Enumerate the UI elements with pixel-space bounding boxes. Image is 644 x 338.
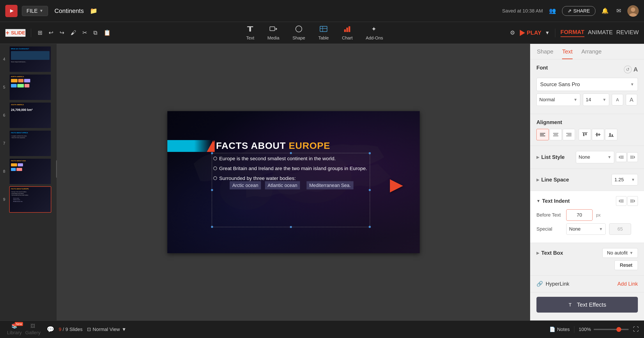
align-top-button[interactable] — [579, 129, 591, 140]
zoom-thumb[interactable] — [616, 327, 621, 332]
line-space-collapse-icon: ▶ — [536, 177, 540, 182]
align-middle-button[interactable] — [592, 129, 604, 140]
view-selector[interactable]: ⊡ Normal View ▼ — [87, 326, 126, 332]
line-space-dropdown[interactable]: 1.25 ▼ — [612, 174, 638, 185]
slide-thumbnail-6[interactable]: 6 SOUTH AMERICA 24,709,000 km² — [9, 102, 54, 128]
handle-top-mid[interactable] — [290, 152, 292, 154]
text-indent-increase-button[interactable] — [627, 196, 638, 206]
indent-button-group — [616, 152, 638, 162]
file-menu-button[interactable]: FILE ▼ — [22, 6, 48, 16]
indent-decrease-button[interactable] — [616, 152, 626, 162]
slide-thumbnail-8[interactable]: 8 FACTS ABOUT ASIA — [9, 158, 54, 185]
list-style-label: List Style — [541, 154, 574, 160]
handle-mid-left[interactable] — [211, 189, 213, 191]
paste-button[interactable]: 📋 — [102, 28, 112, 38]
bullet-item-1: Europe is the second smallest continent … — [213, 156, 367, 162]
handle-mid-right[interactable] — [369, 189, 371, 191]
special-value-input[interactable]: 65 — [609, 223, 631, 235]
add-slide-button[interactable]: + SLIDE — [5, 29, 26, 37]
before-text-row: Before Text 70 px — [536, 209, 638, 221]
redo-button[interactable]: ↪ — [58, 28, 66, 38]
slide-thumbnail-9[interactable]: 9 FACTS ABOUT EUROPE • Europe is the sec… — [9, 186, 54, 213]
user-avatar[interactable] — [627, 5, 639, 17]
share-button[interactable]: ⇗ SHARE — [562, 6, 595, 16]
text-box-reset-button[interactable]: Reset — [614, 260, 638, 270]
canvas-area[interactable]: FACTS ABOUT EUROPE — [57, 44, 530, 320]
hyperlink-section: 🔗 HyperLink Add Link — [530, 275, 644, 292]
handle-bot-mid[interactable] — [290, 226, 292, 228]
chart-tool[interactable]: Chart — [342, 25, 353, 41]
svg-text:T: T — [569, 302, 572, 307]
special-dropdown[interactable]: None ▼ — [566, 223, 606, 235]
page-indicator: 9 / 9 Slides — [59, 326, 82, 332]
font-style-chevron: ▼ — [574, 98, 578, 102]
indent-increase-button[interactable] — [627, 152, 638, 162]
gallery-tab[interactable]: 🖼 Gallery — [24, 321, 42, 337]
before-text-label: Before Text — [536, 212, 563, 218]
view-label: Normal View — [93, 326, 120, 332]
align-center-button[interactable] — [550, 129, 562, 140]
notes-label: Notes — [557, 326, 570, 332]
copy-button[interactable]: ⧉ — [92, 28, 99, 38]
scissors-button[interactable]: ✂ — [81, 28, 88, 38]
handle-top-right[interactable] — [369, 152, 371, 154]
play-dropdown-arrow[interactable]: ▼ — [545, 30, 550, 36]
review-tab[interactable]: REVIEW — [616, 29, 639, 37]
text-effects-button[interactable]: T Text Effects — [536, 297, 638, 312]
undo-button[interactable]: ↩ — [47, 28, 55, 38]
layout-button[interactable]: ⊞ — [36, 28, 44, 38]
gallery-icon: 🖼 — [30, 323, 35, 329]
settings-button[interactable]: ⚙ — [509, 28, 516, 38]
list-style-dropdown[interactable]: None ▼ — [576, 151, 614, 163]
format-tab[interactable]: FORMAT — [560, 29, 584, 37]
media-tool[interactable]: Media — [268, 25, 279, 41]
slide-canvas: FACTS ABOUT EUROPE — [167, 111, 420, 253]
font-size-dropdown[interactable]: 14 ▼ — [583, 94, 609, 106]
slash-decoration — [208, 140, 215, 152]
zoom-slider[interactable] — [594, 329, 629, 330]
hyperlink-icon: 🔗 — [536, 281, 543, 287]
comments-button[interactable]: 👥 — [547, 6, 558, 16]
chat-button[interactable]: 💬 — [47, 326, 54, 333]
text-box[interactable]: Europe is the second smallest continent … — [212, 153, 370, 227]
zoom-control: 100% — [579, 326, 629, 332]
font-reset-button[interactable]: ↺ — [624, 66, 632, 74]
sub-item-1: Arctic ocean — [230, 181, 261, 189]
align-right-button[interactable] — [563, 129, 575, 140]
autofit-dropdown[interactable]: No autofit ▼ — [602, 248, 638, 258]
slide-thumbnail-7[interactable]: 7 FACTS ABOUT AFRICA • Largest continent… — [9, 130, 54, 157]
tab-arrange[interactable]: Arrange — [581, 48, 602, 59]
text-tool[interactable]: Text — [246, 25, 254, 41]
slide-thumbnail-5[interactable]: 5 NORTH AMERICA — [9, 74, 54, 100]
font-size-increase-button[interactable]: A — [626, 94, 637, 105]
shape-tool[interactable]: Shape — [292, 25, 305, 41]
svg-marker-52 — [634, 199, 635, 203]
add-link-button[interactable]: Add Link — [618, 281, 638, 287]
play-button[interactable]: PLAY — [520, 29, 542, 36]
library-tab[interactable]: 📚 Library New — [5, 321, 24, 337]
font-name-dropdown[interactable]: Source Sans Pro ▼ — [536, 78, 638, 91]
slide-thumbnail-4[interactable]: 4 What are Continents? Seven large landm… — [9, 46, 54, 72]
text-indent-decrease-button[interactable] — [616, 196, 626, 206]
vertical-align-group — [579, 129, 617, 140]
animate-tab[interactable]: ANIMATE — [588, 29, 613, 37]
before-text-input[interactable]: 70 — [566, 209, 592, 221]
handle-bot-right[interactable] — [369, 226, 371, 228]
bottombar: 📚 Library New 🖼 Gallery 💬 9 / 9 Slides ⊡… — [0, 320, 644, 338]
fullscreen-button[interactable]: ⛶ — [633, 326, 639, 333]
addons-tool[interactable]: ✦ Add-Ons — [366, 25, 383, 41]
handle-bot-left[interactable] — [211, 226, 213, 228]
zoom-level: 100% — [579, 326, 591, 332]
align-bottom-button[interactable] — [605, 129, 617, 140]
tab-text[interactable]: Text — [562, 48, 572, 59]
font-style-dropdown[interactable]: Normal ▼ — [536, 94, 580, 106]
table-tool[interactable]: Table — [318, 25, 329, 41]
handle-top-left[interactable] — [211, 152, 213, 154]
align-left-button[interactable] — [536, 129, 549, 140]
mail-button[interactable]: ✉ — [615, 6, 623, 16]
notes-button[interactable]: 📄 Notes — [549, 326, 570, 332]
tab-shape[interactable]: Shape — [537, 48, 553, 59]
notifications-button[interactable]: 🔔 — [600, 6, 610, 16]
paintbrush-button[interactable]: 🖌 — [69, 28, 78, 38]
font-size-decrease-button[interactable]: A — [612, 94, 623, 105]
